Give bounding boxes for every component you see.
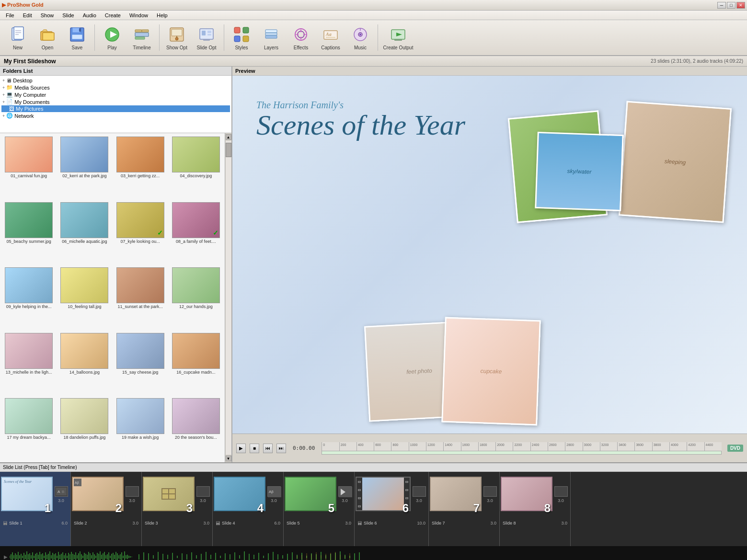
file-item[interactable]: 01_carnival fun.jpg — [2, 135, 56, 199]
playhead-bar[interactable] — [322, 451, 722, 455]
slide-3-number: 3 — [186, 502, 193, 515]
slide-item-1[interactable]: Scenes of the Year 1 AB 3.0 🖬 Slide 1 6.… — [0, 472, 71, 546]
slide-item-3[interactable]: 3 3.0 Slide 3 3.0 — [142, 472, 213, 546]
file-item[interactable]: 06_michelle aquatic.jpg — [57, 201, 111, 264]
minimize-button[interactable]: ─ — [717, 2, 726, 9]
file-item[interactable]: ✓ 07_kyle looking ou... — [114, 201, 167, 264]
showopt-button[interactable]: Show Opt — [163, 22, 191, 53]
menu-help[interactable]: Help — [153, 11, 172, 19]
file-item[interactable]: ✓ 08_a family of feet.... — [169, 201, 223, 264]
scroll-thumb[interactable] — [226, 143, 231, 157]
effects-button[interactable]: Effects — [287, 22, 315, 53]
waveform-start-button[interactable]: ▶ — [2, 553, 10, 560]
scroll-up-button[interactable]: ▲ — [226, 134, 231, 140]
folder-computer[interactable]: + 💻 My Computer — [1, 91, 230, 98]
end-control[interactable]: ⏭ — [276, 444, 286, 453]
menu-create[interactable]: Create — [101, 11, 125, 19]
folder-desktop[interactable]: + 🖥 Desktop — [1, 77, 230, 84]
preview-canvas: The Harrison Family's Scenes of the Year… — [232, 76, 747, 434]
slide-1-info: 🖬 Slide 1 6.0 — [1, 516, 69, 530]
expand-icon[interactable]: + — [2, 85, 5, 90]
file-item[interactable]: 12_our hands.jpg — [169, 266, 223, 330]
menu-file[interactable]: File — [2, 11, 18, 19]
save-button[interactable]: Save — [63, 22, 91, 53]
svg-point-40 — [360, 34, 361, 35]
file-item[interactable]: 20 the season's bou... — [169, 397, 223, 460]
file-item[interactable]: 05_beachy summer.jpg — [2, 201, 56, 264]
expand-icon[interactable]: + — [2, 100, 5, 104]
stop-control[interactable]: ■ — [250, 444, 259, 453]
file-item[interactable]: 19 make a wish.jpg — [114, 397, 167, 460]
file-item[interactable]: 11_sunset at the park... — [114, 266, 167, 330]
file-item[interactable]: 09_kyle helping in the... — [2, 266, 56, 330]
folder-tree[interactable]: + 🖥 Desktop + 📁 Media Sources + 💻 My Com… — [0, 76, 231, 133]
captions-button[interactable]: Aa Captions — [317, 22, 345, 53]
slide-item-5[interactable]: 5 3.0 Slide 5 3.0 — [284, 472, 355, 546]
file-item[interactable]: 16_cupcake madn... — [169, 331, 223, 395]
music-button[interactable]: Music — [346, 22, 374, 53]
slide-item-8[interactable]: 8 3.0 Slide 8 3.0 — [500, 472, 571, 546]
folder-network[interactable]: + 🌐 Network — [1, 112, 230, 119]
waveform-area: ▶ — [0, 546, 747, 560]
file-item[interactable]: 18 dandelion puffs.jpg — [57, 397, 111, 460]
play-button[interactable]: Play — [98, 22, 126, 53]
slideopt-button[interactable]: Slide Opt — [193, 22, 220, 53]
svg-rect-32 — [265, 30, 277, 33]
maximize-button[interactable]: □ — [727, 2, 736, 9]
menu-edit[interactable]: Edit — [19, 11, 36, 19]
close-button[interactable]: ✕ — [736, 2, 745, 9]
menu-slide[interactable]: Slide — [58, 11, 78, 19]
slide-item-4[interactable]: 4 Aβ 3.0 🖬 Slide 4 6.0 — [213, 472, 284, 546]
slide-4-img-area: 4 — [214, 473, 265, 516]
trans-thumb — [554, 486, 568, 497]
styles-button[interactable]: Styles — [228, 22, 255, 53]
file-item[interactable]: 14_balloons.jpg — [57, 331, 111, 395]
new-button[interactable]: New — [4, 22, 32, 53]
slide-item-7[interactable]: 7 3.0 Slide 7 3.0 — [429, 472, 500, 546]
open-button[interactable]: Open — [34, 22, 61, 53]
file-label: 07_kyle looking ou... — [121, 239, 160, 244]
slide-8-duration: 3.0 — [561, 521, 567, 526]
slide-item-2[interactable]: Aβ 2 3.0 Slide 2 3.0 — [71, 472, 142, 546]
file-item[interactable]: 03_kerri getting zz... — [114, 135, 167, 199]
file-item[interactable]: 15_say cheese.jpg — [114, 331, 167, 395]
menu-show[interactable]: Show — [37, 11, 58, 19]
expand-icon[interactable]: + — [2, 114, 5, 118]
file-item[interactable]: 10_feeling tall.jpg — [57, 266, 111, 330]
slide-5-number: 5 — [328, 502, 334, 515]
expand-icon[interactable]: + — [2, 92, 5, 97]
folder-label: Desktop — [13, 78, 32, 83]
trans-1-duration: 3.0 — [58, 498, 64, 503]
timeline-button[interactable]: Timeline — [128, 22, 156, 53]
svg-rect-24 — [207, 34, 211, 35]
ruler-mark-1800: 1800 — [478, 442, 495, 451]
trans-5-duration: 3.0 — [342, 498, 348, 503]
scrollbar[interactable]: ▲ ▼ — [225, 133, 231, 462]
slideopt-icon — [197, 25, 216, 44]
play-control[interactable]: ▶ — [236, 444, 246, 453]
layers-button[interactable]: Layers — [257, 22, 285, 53]
file-item[interactable]: 17 my dream backya... — [2, 397, 56, 460]
file-item[interactable]: 13_michelle in the ligh... — [2, 331, 56, 395]
slide-strip[interactable]: Scenes of the Year 1 AB 3.0 🖬 Slide 1 6.… — [0, 472, 747, 546]
start-control[interactable]: ⏮ — [263, 444, 273, 453]
ruler[interactable]: 0 200 400 600 800 1000 1200 1400 1600 18… — [322, 442, 722, 451]
folder-documents[interactable]: + 📄 My Documents — [1, 98, 230, 105]
folder-pictures[interactable]: 🖼 My Pictures — [1, 105, 230, 112]
slide-8-label: Slide 8 — [503, 521, 561, 526]
output-button[interactable]: Create Output — [381, 22, 415, 53]
file-grid[interactable]: 01_carnival fun.jpg 02_kerri at the park… — [0, 133, 225, 462]
scroll-track[interactable] — [226, 141, 231, 455]
thumbnail — [60, 333, 108, 369]
slide-5-top: 5 3.0 — [285, 473, 353, 516]
file-label: 06_michelle aquatic.jpg — [62, 239, 107, 244]
slide-item-6[interactable]: 6 3.0 🖬 Slide 6 10.0 — [355, 472, 429, 546]
menu-audio[interactable]: Audio — [79, 11, 100, 19]
menu-window[interactable]: Window — [126, 11, 152, 19]
file-item[interactable]: 04_discovery.jpg — [169, 135, 223, 199]
folder-media[interactable]: + 📁 Media Sources — [1, 84, 230, 91]
scroll-down-button[interactable]: ▼ — [226, 456, 231, 461]
file-item[interactable]: 02_kerri at the park.jpg — [57, 135, 111, 199]
expand-icon[interactable]: + — [2, 78, 5, 83]
save-icon — [68, 25, 86, 44]
